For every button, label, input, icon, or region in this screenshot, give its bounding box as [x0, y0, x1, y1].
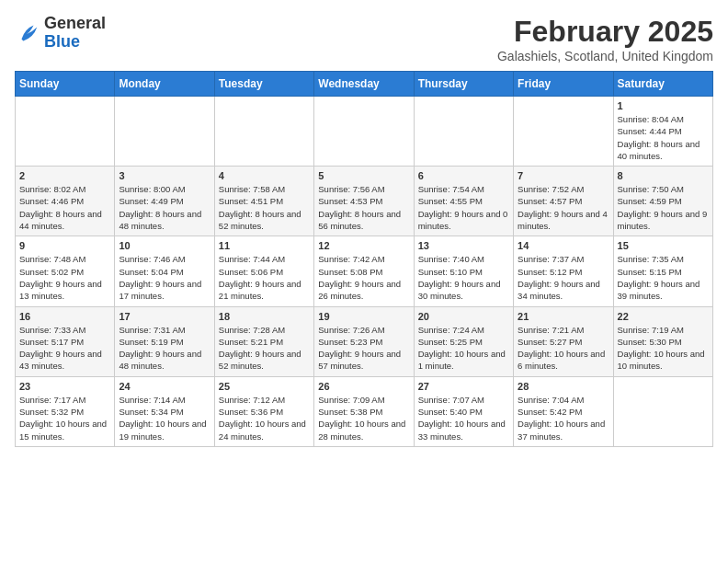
logo-icon [15, 20, 40, 46]
day-number: 23 [19, 381, 110, 392]
day-info: Sunrise: 7:52 AM Sunset: 4:57 PM Dayligh… [518, 183, 609, 232]
day-number: 26 [318, 381, 409, 392]
day-info: Sunrise: 7:40 AM Sunset: 5:10 PM Dayligh… [418, 253, 509, 302]
day-header-tuesday: Tuesday [214, 72, 313, 97]
day-info: Sunrise: 7:19 AM Sunset: 5:30 PM Dayligh… [618, 324, 709, 373]
day-info: Sunrise: 7:31 AM Sunset: 5:19 PM Dayligh… [119, 324, 210, 373]
day-number: 15 [618, 240, 709, 251]
calendar-cell [514, 97, 613, 167]
day-header-monday: Monday [115, 72, 214, 97]
days-of-week-row: SundayMondayTuesdayWednesdayThursdayFrid… [16, 72, 713, 97]
calendar-cell: 15Sunrise: 7:35 AM Sunset: 5:15 PM Dayli… [613, 236, 712, 306]
week-row: 1Sunrise: 8:04 AM Sunset: 4:44 PM Daylig… [16, 97, 713, 167]
logo-text: General Blue [44, 15, 106, 52]
day-info: Sunrise: 8:02 AM Sunset: 4:46 PM Dayligh… [19, 183, 110, 232]
day-info: Sunrise: 7:21 AM Sunset: 5:27 PM Dayligh… [518, 324, 609, 373]
day-number: 16 [19, 311, 110, 322]
calendar-cell: 28Sunrise: 7:04 AM Sunset: 5:42 PM Dayli… [514, 376, 613, 446]
calendar-cell: 17Sunrise: 7:31 AM Sunset: 5:19 PM Dayli… [115, 306, 214, 376]
calendar-header: SundayMondayTuesdayWednesdayThursdayFrid… [16, 72, 713, 97]
day-number: 10 [119, 240, 210, 251]
calendar-cell: 10Sunrise: 7:46 AM Sunset: 5:04 PM Dayli… [115, 236, 214, 306]
day-number: 18 [219, 311, 310, 322]
title-block: February 2025 Galashiels, Scotland, Unit… [497, 15, 713, 63]
day-number: 28 [518, 381, 609, 392]
day-info: Sunrise: 7:42 AM Sunset: 5:08 PM Dayligh… [318, 253, 409, 302]
calendar-cell: 25Sunrise: 7:12 AM Sunset: 5:36 PM Dayli… [214, 376, 313, 446]
calendar-cell: 1Sunrise: 8:04 AM Sunset: 4:44 PM Daylig… [613, 97, 712, 167]
day-header-thursday: Thursday [414, 72, 513, 97]
calendar-cell [115, 97, 214, 167]
location: Galashiels, Scotland, United Kingdom [497, 49, 713, 63]
day-number: 7 [518, 170, 609, 181]
calendar-cell: 7Sunrise: 7:52 AM Sunset: 4:57 PM Daylig… [514, 167, 613, 236]
day-number: 3 [119, 170, 210, 181]
day-info: Sunrise: 7:24 AM Sunset: 5:25 PM Dayligh… [418, 324, 509, 373]
calendar-cell: 24Sunrise: 7:14 AM Sunset: 5:34 PM Dayli… [115, 376, 214, 446]
calendar-cell: 12Sunrise: 7:42 AM Sunset: 5:08 PM Dayli… [314, 236, 414, 306]
day-info: Sunrise: 7:14 AM Sunset: 5:34 PM Dayligh… [119, 394, 210, 442]
day-info: Sunrise: 7:35 AM Sunset: 5:15 PM Dayligh… [618, 253, 709, 302]
logo-general: General [44, 14, 106, 32]
calendar-cell: 13Sunrise: 7:40 AM Sunset: 5:10 PM Dayli… [414, 236, 513, 306]
calendar-cell: 18Sunrise: 7:28 AM Sunset: 5:21 PM Dayli… [214, 306, 313, 376]
day-number: 14 [518, 240, 609, 251]
day-info: Sunrise: 7:58 AM Sunset: 4:51 PM Dayligh… [219, 183, 310, 232]
day-info: Sunrise: 7:26 AM Sunset: 5:23 PM Dayligh… [318, 324, 409, 373]
page-header: General Blue February 2025 Galashiels, S… [15, 15, 713, 63]
calendar-cell: 11Sunrise: 7:44 AM Sunset: 5:06 PM Dayli… [214, 236, 313, 306]
calendar-cell: 4Sunrise: 7:58 AM Sunset: 4:51 PM Daylig… [214, 167, 313, 236]
calendar-cell: 19Sunrise: 7:26 AM Sunset: 5:23 PM Dayli… [314, 306, 414, 376]
day-number: 25 [219, 381, 310, 392]
month-title: February 2025 [497, 15, 713, 49]
calendar-body: 1Sunrise: 8:04 AM Sunset: 4:44 PM Daylig… [16, 97, 713, 447]
calendar-cell [16, 97, 115, 167]
week-row: 2Sunrise: 8:02 AM Sunset: 4:46 PM Daylig… [16, 167, 713, 236]
day-number: 2 [19, 170, 110, 181]
day-info: Sunrise: 7:28 AM Sunset: 5:21 PM Dayligh… [219, 324, 310, 373]
day-info: Sunrise: 7:56 AM Sunset: 4:53 PM Dayligh… [318, 183, 409, 232]
day-info: Sunrise: 7:54 AM Sunset: 4:55 PM Dayligh… [418, 183, 509, 232]
day-number: 11 [219, 240, 310, 251]
calendar-cell: 16Sunrise: 7:33 AM Sunset: 5:17 PM Dayli… [16, 306, 115, 376]
logo: General Blue [15, 15, 106, 52]
day-number: 6 [418, 170, 509, 181]
day-number: 22 [618, 311, 709, 322]
day-number: 24 [119, 381, 210, 392]
day-number: 27 [418, 381, 509, 392]
day-number: 4 [219, 170, 310, 181]
calendar-cell: 21Sunrise: 7:21 AM Sunset: 5:27 PM Dayli… [514, 306, 613, 376]
day-info: Sunrise: 7:04 AM Sunset: 5:42 PM Dayligh… [518, 394, 609, 442]
logo-blue: Blue [44, 32, 80, 51]
day-number: 20 [418, 311, 509, 322]
day-header-friday: Friday [514, 72, 613, 97]
calendar-cell: 27Sunrise: 7:07 AM Sunset: 5:40 PM Dayli… [414, 376, 513, 446]
day-number: 13 [418, 240, 509, 251]
calendar-cell: 9Sunrise: 7:48 AM Sunset: 5:02 PM Daylig… [16, 236, 115, 306]
day-number: 17 [119, 311, 210, 322]
day-info: Sunrise: 7:09 AM Sunset: 5:38 PM Dayligh… [318, 394, 409, 442]
week-row: 9Sunrise: 7:48 AM Sunset: 5:02 PM Daylig… [16, 236, 713, 306]
day-number: 8 [618, 170, 709, 181]
calendar-cell: 2Sunrise: 8:02 AM Sunset: 4:46 PM Daylig… [16, 167, 115, 236]
calendar-cell: 20Sunrise: 7:24 AM Sunset: 5:25 PM Dayli… [414, 306, 513, 376]
calendar-cell: 5Sunrise: 7:56 AM Sunset: 4:53 PM Daylig… [314, 167, 414, 236]
day-info: Sunrise: 7:48 AM Sunset: 5:02 PM Dayligh… [19, 253, 110, 302]
day-number: 12 [318, 240, 409, 251]
calendar-cell: 14Sunrise: 7:37 AM Sunset: 5:12 PM Dayli… [514, 236, 613, 306]
week-row: 23Sunrise: 7:17 AM Sunset: 5:32 PM Dayli… [16, 376, 713, 446]
day-number: 1 [618, 100, 709, 111]
day-info: Sunrise: 8:00 AM Sunset: 4:49 PM Dayligh… [119, 183, 210, 232]
day-info: Sunrise: 7:44 AM Sunset: 5:06 PM Dayligh… [219, 253, 310, 302]
day-number: 9 [19, 240, 110, 251]
calendar-cell: 8Sunrise: 7:50 AM Sunset: 4:59 PM Daylig… [613, 167, 712, 236]
day-header-wednesday: Wednesday [314, 72, 414, 97]
day-info: Sunrise: 7:33 AM Sunset: 5:17 PM Dayligh… [19, 324, 110, 373]
day-number: 21 [518, 311, 609, 322]
day-info: Sunrise: 7:17 AM Sunset: 5:32 PM Dayligh… [19, 394, 110, 442]
calendar-cell: 3Sunrise: 8:00 AM Sunset: 4:49 PM Daylig… [115, 167, 214, 236]
day-info: Sunrise: 7:07 AM Sunset: 5:40 PM Dayligh… [418, 394, 509, 442]
calendar-cell: 6Sunrise: 7:54 AM Sunset: 4:55 PM Daylig… [414, 167, 513, 236]
day-number: 5 [318, 170, 409, 181]
calendar-cell: 22Sunrise: 7:19 AM Sunset: 5:30 PM Dayli… [613, 306, 712, 376]
